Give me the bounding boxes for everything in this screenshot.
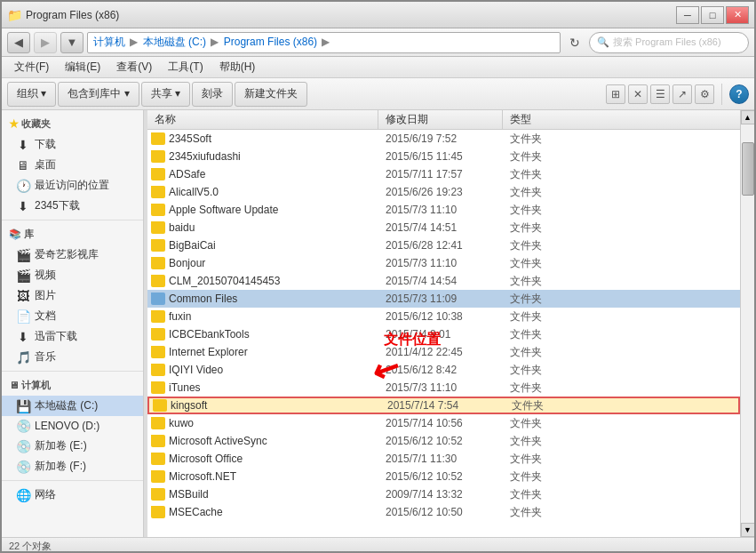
file-type: 文件夹	[503, 469, 574, 485]
include-library-button[interactable]: 包含到库中 ▾	[58, 82, 139, 107]
folder-icon	[151, 364, 165, 376]
address-bar: ◀ ▶ ▼ 计算机 ▶ 本地磁盘 (C:) ▶ Program Files (x…	[2, 28, 754, 57]
table-row[interactable]: AlicallV5.02015/6/26 19:23文件夹	[147, 183, 740, 201]
table-row[interactable]: iTunes2015/7/3 11:10文件夹	[147, 379, 740, 397]
column-name[interactable]: 名称	[147, 110, 378, 129]
scroll-up-button[interactable]: ▲	[741, 110, 755, 124]
nav-xunlei[interactable]: ⬇ 迅雷下载	[2, 326, 143, 347]
menu-tools[interactable]: 工具(T)	[161, 58, 210, 76]
table-row[interactable]: IQIYI Video2015/6/12 8:42文件夹	[147, 361, 740, 379]
table-row[interactable]: 2345xiufudashi2015/6/15 11:45文件夹	[147, 148, 740, 165]
file-name-cell: 2345xiufudashi	[147, 150, 378, 163]
view-icon-2[interactable]: ✕	[628, 84, 648, 104]
table-row[interactable]: MSBuild2009/7/14 13:32文件夹	[147, 485, 740, 503]
burn-button[interactable]: 刻录	[192, 82, 233, 107]
table-row[interactable]: baidu2015/7/4 14:51文件夹	[147, 219, 740, 236]
path-folder[interactable]: Program Files (x86)	[224, 36, 317, 48]
view-icon-1[interactable]: ⊞	[606, 84, 625, 104]
menu-edit[interactable]: 编辑(E)	[58, 58, 107, 76]
file-name-cell: Microsoft ActiveSync	[147, 435, 378, 447]
nav-iqiyi[interactable]: 🎬 爱奇艺影视库	[2, 244, 143, 265]
search-box[interactable]: 🔍 搜索 Program Files (x86)	[589, 32, 749, 53]
scroll-down-button[interactable]: ▼	[741, 523, 755, 537]
down-button[interactable]: ▼	[60, 32, 84, 53]
toolbar-separator	[721, 84, 722, 105]
organize-button[interactable]: 组织 ▾	[7, 82, 56, 107]
menu-view[interactable]: 查看(V)	[109, 58, 159, 76]
left-panel: ★ 收藏夹 ⬇ 下载 🖥 桌面 🕐 最近访问的位置 ⬇ 2345下载 📚	[2, 110, 144, 537]
scrollbar-thumb[interactable]	[742, 142, 754, 196]
nav-lenovo-d[interactable]: 💿 LENOVO (D:)	[2, 416, 143, 436]
table-row[interactable]: kuwo2015/7/14 10:56文件夹	[147, 414, 740, 432]
column-date[interactable]: 修改日期	[378, 110, 503, 129]
refresh-button[interactable]: ↻	[564, 32, 585, 53]
view-icon-3[interactable]: ☰	[650, 84, 670, 104]
nav-2345download[interactable]: ⬇ 2345下载	[2, 196, 143, 216]
menu-help[interactable]: 帮助(H)	[212, 58, 263, 76]
table-row[interactable]: BigBaiCai2015/6/28 12:41文件夹	[147, 236, 740, 254]
file-date: 2015/7/3 11:10	[378, 204, 503, 216]
nav-desktop[interactable]: 🖥 桌面	[2, 155, 143, 175]
table-row[interactable]: ADSafe2015/7/11 17:57文件夹	[147, 165, 740, 183]
maximize-button[interactable]: □	[701, 6, 724, 24]
nav-network[interactable]: 🌐 网络	[2, 485, 143, 505]
file-name: iTunes	[169, 381, 201, 394]
help-button[interactable]: ?	[729, 84, 749, 104]
file-name: Internet Explorer	[169, 346, 248, 358]
nav-recent[interactable]: 🕐 最近访问的位置	[2, 175, 143, 196]
favorites-header: ★ 收藏夹	[2, 114, 143, 134]
nav-new-e[interactable]: 💿 新加卷 (E:)	[2, 436, 143, 456]
close-button[interactable]: ✕	[726, 6, 749, 24]
table-row[interactable]: 2345Soft2015/6/19 7:52文件夹	[147, 130, 740, 148]
search-placeholder: 搜索 Program Files (x86)	[613, 36, 721, 49]
folder-icon	[151, 168, 165, 180]
file-name: kingsoft	[171, 399, 207, 412]
new-folder-button[interactable]: 新建文件夹	[235, 82, 307, 107]
file-date: 2015/6/19 7:52	[378, 132, 503, 145]
forward-button[interactable]: ▶	[34, 32, 57, 53]
file-date: 2009/7/14 13:32	[378, 488, 503, 501]
search-icon: 🔍	[597, 36, 609, 48]
menu-file[interactable]: 文件(F)	[7, 58, 56, 76]
table-row[interactable]: Microsoft.NET2015/6/12 10:52文件夹	[147, 468, 740, 485]
nav-music[interactable]: 🎵 音乐	[2, 347, 143, 367]
table-row[interactable]: CLM_201507041454532015/7/4 14:54文件夹	[147, 272, 740, 290]
column-type[interactable]: 类型	[503, 110, 574, 129]
scrollbar[interactable]: ▲ ▼	[740, 110, 754, 537]
file-type: 文件夹	[503, 309, 574, 325]
table-row[interactable]: Apple Software Update2015/7/3 11:10文件夹	[147, 201, 740, 219]
favorites-label: 收藏夹	[21, 118, 51, 129]
view-icon-4[interactable]: ↗	[672, 84, 692, 104]
view-icon-5[interactable]: ⚙	[695, 84, 714, 104]
file-name: kuwo	[169, 417, 194, 429]
nav-documents[interactable]: 📄 文档	[2, 306, 143, 326]
table-row[interactable]: Internet Explorer2011/4/12 22:45文件夹	[147, 343, 740, 361]
table-row[interactable]: Microsoft ActiveSync2015/6/12 10:52文件夹	[147, 432, 740, 450]
table-row[interactable]: MSECache2015/6/12 10:50文件夹	[147, 503, 740, 521]
table-row[interactable]: Common Files2015/7/3 11:09文件夹	[147, 290, 740, 308]
minimize-button[interactable]: ─	[676, 6, 699, 24]
file-type: 文件夹	[503, 220, 574, 236]
address-path[interactable]: 计算机 ▶ 本地磁盘 (C:) ▶ Program Files (x86) ▶	[87, 32, 561, 53]
column-headers: 名称 修改日期 类型	[147, 110, 740, 130]
table-row[interactable]: kingsoft2015/7/14 7:54文件夹	[147, 397, 740, 414]
folder-icon	[151, 275, 165, 287]
path-drive[interactable]: 本地磁盘 (C:)	[143, 36, 206, 48]
nav-pictures[interactable]: 🖼 图片	[2, 285, 143, 306]
nav-download[interactable]: ⬇ 下载	[2, 134, 143, 155]
table-row[interactable]: Microsoft Office2015/7/1 11:30文件夹	[147, 450, 740, 468]
file-name-cell: 2345Soft	[147, 132, 378, 145]
folder-icon	[151, 150, 165, 163]
file-type: 文件夹	[503, 149, 574, 164]
table-row[interactable]: fuxin2015/6/12 10:38文件夹	[147, 308, 740, 325]
table-row[interactable]: Bonjour2015/7/3 11:10文件夹	[147, 254, 740, 272]
file-type: 文件夹	[503, 452, 574, 467]
nav-video[interactable]: 🎬 视频	[2, 265, 143, 285]
folder-icon	[151, 186, 165, 198]
share-button[interactable]: 共享 ▾	[141, 82, 190, 107]
nav-local-disk-c[interactable]: 💾 本地磁盘 (C:)	[2, 396, 143, 416]
table-row[interactable]: ICBCEbankTools2015/7/4 8:01文件夹	[147, 325, 740, 343]
back-button[interactable]: ◀	[7, 32, 30, 53]
path-computer[interactable]: 计算机	[93, 36, 125, 48]
nav-new-f[interactable]: 💿 新加卷 (F:)	[2, 456, 143, 477]
